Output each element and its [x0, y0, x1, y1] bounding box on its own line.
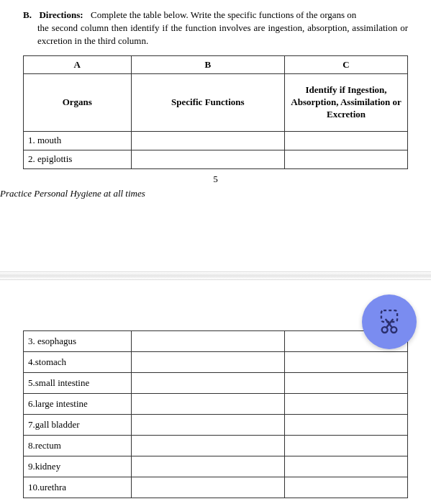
organ-cell: 3. esophagus [24, 330, 132, 351]
section-label: B. [23, 9, 32, 20]
function-cell[interactable] [131, 477, 285, 498]
table-letter-row: A B C [24, 55, 408, 73]
organ-cell: 9.kidney [24, 456, 132, 477]
type-cell[interactable] [285, 456, 408, 477]
function-cell[interactable] [131, 372, 285, 393]
table-row: 1. mouth [24, 131, 408, 150]
function-cell[interactable] [131, 131, 285, 150]
scissors-snip-icon [376, 308, 403, 336]
snip-tool-button[interactable] [362, 294, 417, 349]
organ-cell: 8.rectum [24, 435, 132, 456]
table-row: 5.small intestine [24, 372, 408, 393]
type-cell[interactable] [285, 150, 408, 168]
table-header-row: Organs Specific Functions Identify if In… [24, 73, 408, 131]
organ-cell: 10.urethra [24, 477, 132, 498]
footer-note: Practice Personal Hygiene at all times [0, 185, 408, 199]
function-cell[interactable] [131, 456, 285, 477]
col-letter-b: B [131, 55, 285, 73]
function-cell[interactable] [131, 393, 285, 414]
page-bottom: 3. esophagus 4.stomach 5.small intestine… [0, 280, 431, 504]
worksheet-table-bottom: 3. esophagus 4.stomach 5.small intestine… [23, 330, 408, 498]
page-number: 5 [23, 174, 408, 185]
page-gap [0, 207, 431, 271]
svg-rect-0 [381, 310, 397, 322]
type-cell[interactable] [285, 435, 408, 456]
function-cell[interactable] [131, 414, 285, 435]
type-cell[interactable] [285, 477, 408, 498]
organ-cell: 1. mouth [24, 131, 132, 150]
table-row: 7.gall bladder [24, 414, 408, 435]
col-header-functions: Specific Functions [131, 73, 285, 131]
table-row: 6.large intestine [24, 393, 408, 414]
table-row: 4.stomach [24, 351, 408, 372]
directions-block: B. Directions: Complete the table below.… [23, 9, 408, 48]
table-row: 3. esophagus [24, 330, 408, 351]
organ-cell: 4.stomach [24, 351, 132, 372]
directions-text-1: Complete the table below. Write the spec… [91, 9, 356, 20]
function-cell[interactable] [131, 435, 285, 456]
page-top: B. Directions: Complete the table below.… [0, 0, 431, 207]
table-row: 10.urethra [24, 477, 408, 498]
type-cell[interactable] [285, 414, 408, 435]
organ-cell: 2. epiglottis [24, 150, 132, 168]
table-row: 9.kidney [24, 456, 408, 477]
function-cell[interactable] [131, 330, 285, 351]
directions-text-2: the second column then identify if the f… [23, 22, 408, 48]
page-separator [0, 271, 431, 280]
col-header-organs: Organs [24, 73, 132, 131]
col-letter-a: A [24, 55, 132, 73]
type-cell[interactable] [285, 393, 408, 414]
organ-cell: 5.small intestine [24, 372, 132, 393]
type-cell[interactable] [285, 131, 408, 150]
organ-cell: 6.large intestine [24, 393, 132, 414]
type-cell[interactable] [285, 351, 408, 372]
col-letter-c: C [285, 55, 408, 73]
type-cell[interactable] [285, 372, 408, 393]
worksheet-table-top: A B C Organs Specific Functions Identify… [23, 55, 408, 169]
function-cell[interactable] [131, 351, 285, 372]
table-row: 8.rectum [24, 435, 408, 456]
function-cell[interactable] [131, 150, 285, 168]
directions-label: Directions: [39, 9, 83, 20]
organ-cell: 7.gall bladder [24, 414, 132, 435]
table-row: 2. epiglottis [24, 150, 408, 168]
col-header-identify: Identify if Ingestion, Absorption, Assim… [285, 73, 408, 131]
